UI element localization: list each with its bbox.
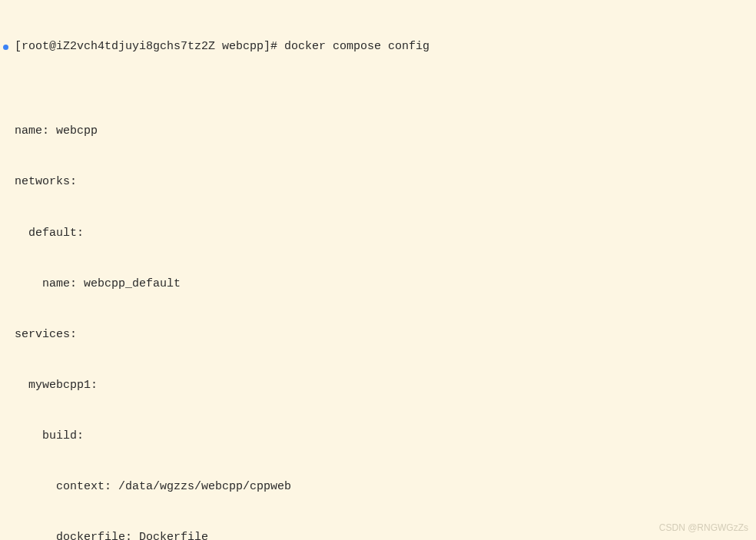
command-line: [root@iZ2vch4tdjuyi8gchs7tz2Z webcpp]# d…: [0, 38, 756, 55]
output-line: name: webcpp: [15, 123, 756, 140]
output-line: name: webcpp_default: [15, 276, 756, 293]
watermark-text: CSDN @RNGWGzZs: [659, 522, 748, 535]
output-line: build:: [15, 428, 756, 445]
output-line: context: /data/wgzzs/webcpp/cppweb: [15, 479, 756, 495]
output-line: services:: [15, 326, 756, 343]
output-line: default:: [15, 225, 756, 242]
yaml-output: name: webcpp networks: default: name: we…: [0, 89, 756, 540]
output-line: mywebcpp1:: [15, 377, 756, 394]
bullet-icon: [3, 45, 8, 50]
terminal-output: [root@iZ2vch4tdjuyi8gchs7tz2Z webcpp]# d…: [0, 5, 756, 540]
output-line: networks:: [15, 174, 756, 190]
prompt-text: [root@iZ2vch4tdjuyi8gchs7tz2Z webcpp]# d…: [15, 38, 429, 55]
output-line: dockerfile: Dockerfile: [15, 529, 756, 540]
